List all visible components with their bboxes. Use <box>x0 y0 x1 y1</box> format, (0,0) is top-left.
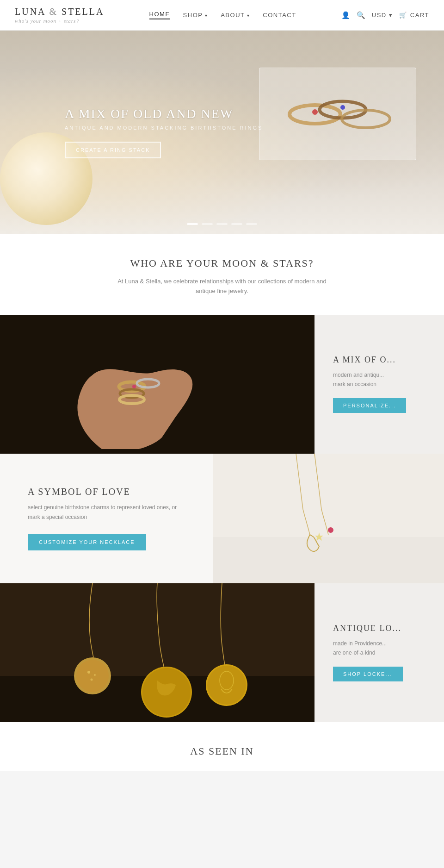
svg-rect-12 <box>213 537 444 583</box>
antique-lockets-section: ANTIQUE LO... made in Providence...are o… <box>0 583 444 722</box>
svg-point-19 <box>76 660 109 692</box>
hero-dot-4[interactable] <box>231 223 242 225</box>
account-icon[interactable]: 👤 <box>341 11 350 19</box>
rings-svg <box>259 68 417 161</box>
lockets-desc: made in Providence...are one-of-a-kind <box>333 639 430 658</box>
rings-photo <box>0 315 314 454</box>
mix-old-new-title: A MIX OF O... <box>333 355 430 365</box>
hero-text-content: A MIX OF OLD AND NEW ANTIQUE AND MODERN … <box>65 106 263 158</box>
hero-subtitle: ANTIQUE AND MODERN STACKING BIRTHSTONE R… <box>65 125 263 131</box>
search-icon[interactable]: 🔍 <box>357 11 365 19</box>
hero-title: A MIX OF OLD AND NEW <box>65 106 263 121</box>
necklace-svg <box>213 454 444 583</box>
customize-necklace-button[interactable]: CUSTOMIZE YOUR NECKLACE <box>28 534 146 550</box>
as-seen-in-section: AS SEEN IN <box>0 722 444 771</box>
hero-dot-5[interactable] <box>246 223 257 225</box>
lockets-svg <box>0 583 314 722</box>
personalize-button[interactable]: PERSONALIZE... <box>333 398 406 413</box>
svg-point-14 <box>328 527 333 533</box>
mix-old-new-section: A MIX OF O... modern and antiqu...mark a… <box>0 315 444 454</box>
hero-carousel-dots <box>187 223 257 225</box>
currency-dropdown-arrow: ▾ <box>389 12 393 19</box>
cart-label: CART <box>410 12 429 19</box>
symbol-of-love-section: A SYMBOL OF LOVE select genuine birthsto… <box>0 454 444 583</box>
nav-contact[interactable]: CONTACT <box>263 12 296 19</box>
svg-point-4 <box>340 105 345 110</box>
lockets-content: ANTIQUE LO... made in Providence...are o… <box>314 610 444 696</box>
moon-stars-heading: WHO ARE YOUR MOON & STARS? <box>56 257 388 269</box>
cart-icon: 🛒 <box>399 12 407 19</box>
as-seen-heading: AS SEEN IN <box>28 745 416 757</box>
moon-stars-section: WHO ARE YOUR MOON & STARS? At Luna & Ste… <box>0 234 444 315</box>
nav-shop[interactable]: SHOP <box>183 12 208 19</box>
nav-home[interactable]: HOME <box>149 11 170 19</box>
currency-selector[interactable]: USD ▾ <box>372 12 393 19</box>
cart-button[interactable]: 🛒 CART <box>399 12 429 19</box>
header-icons: 👤 🔍 USD ▾ 🛒 CART <box>341 11 429 19</box>
hero-dot-2[interactable] <box>202 223 213 225</box>
symbol-title: A SYMBOL OF LOVE <box>28 487 190 497</box>
shop-lockets-button[interactable]: SHOP LOCKE... <box>333 667 403 681</box>
logo-text: LUNA & STELLA <box>15 6 104 17</box>
logo-tagline: who's your moon + stars? <box>15 18 79 24</box>
svg-point-22 <box>91 678 93 681</box>
hand-rings-svg <box>0 315 314 454</box>
svg-point-20 <box>87 671 90 674</box>
svg-point-21 <box>94 674 96 676</box>
main-nav: HOME SHOP ABOUT CONTACT <box>149 11 296 19</box>
nav-about[interactable]: ABOUT <box>221 12 250 19</box>
hero-cta-button[interactable]: CREATE A RING STACK <box>65 142 161 158</box>
svg-point-9 <box>132 385 136 388</box>
mix-old-new-desc: modern and antiqu...mark an occasion <box>333 370 430 389</box>
logo[interactable]: LUNA & STELLA who's your moon + stars? <box>15 6 104 24</box>
hero-banner: A MIX OF OLD AND NEW ANTIQUE AND MODERN … <box>0 31 444 234</box>
hero-dot-3[interactable] <box>216 223 228 225</box>
rings-display-box <box>259 68 416 160</box>
lockets-title: ANTIQUE LO... <box>333 624 430 633</box>
necklace-photo <box>213 454 444 583</box>
lockets-photo <box>0 583 314 722</box>
moon-stars-subtext: At Luna & Stella, we celebrate relations… <box>111 277 333 296</box>
mix-old-new-content: A MIX OF O... modern and antiqu...mark a… <box>314 341 444 427</box>
site-header: LUNA & STELLA who's your moon + stars? H… <box>0 0 444 31</box>
symbol-desc: select genuine birthstone charms to repr… <box>28 503 190 523</box>
hero-dot-1[interactable] <box>187 223 198 225</box>
svg-point-3 <box>312 109 318 115</box>
symbol-content: A SYMBOL OF LOVE select genuine birthsto… <box>0 463 213 574</box>
